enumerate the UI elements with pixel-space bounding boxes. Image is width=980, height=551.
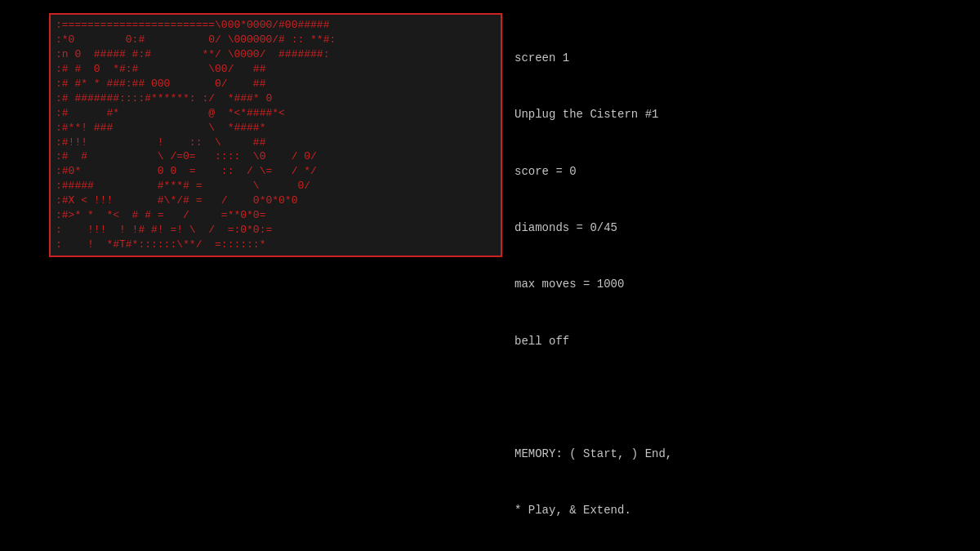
memory-line2: * Play, & Extend. [514,501,964,520]
game-canvas: :========================\000*0000/#00##… [49,13,502,257]
level-name: Unplug the Cistern #1 [514,105,964,124]
diamonds-label: diamonds = 0/45 [514,219,964,238]
game-panel: :========================\000*0000/#00##… [0,7,506,551]
info-panel: screen 1 Unplug the Cistern #1 score = 0… [506,7,980,551]
spacer1 [514,389,964,407]
screen-label: screen 1 [514,49,964,68]
bell-label: bell off [514,332,964,351]
score-label: score = 0 [514,162,964,181]
main-area: :========================\000*0000/#00##… [0,0,980,551]
memory-title: MEMORY: ( Start, ) End, [514,445,964,464]
max-moves-label: max moves = 1000 [514,275,964,294]
